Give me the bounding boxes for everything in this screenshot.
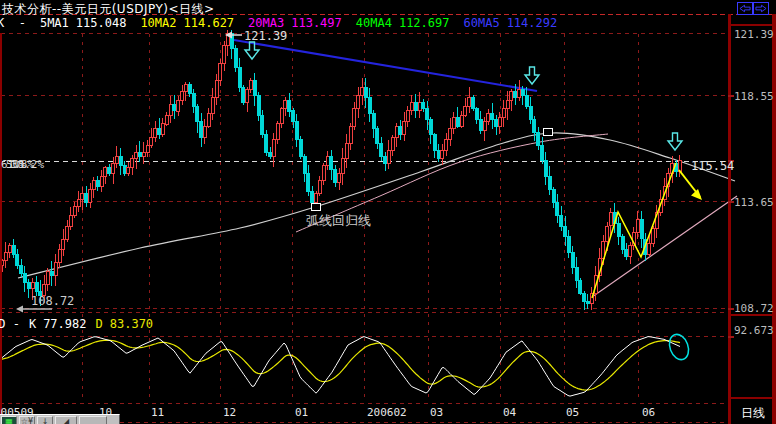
time-axis-tick-label: 06 — [642, 406, 655, 419]
ma-value: 114.627 — [184, 16, 235, 30]
kd-legend-row: KD - K 77.982 D 83.370 — [0, 317, 153, 331]
right-axis-tick-label: 108.72 — [734, 302, 774, 315]
right-axis-tick-label: 121.39 — [734, 28, 774, 41]
ma-label: 5MA1 — [40, 16, 69, 30]
ma-legend-prefix: K - — [0, 16, 26, 30]
toolbar-pointer-icon[interactable]: ◢ — [55, 416, 77, 424]
left-block-arrow-icon — [739, 4, 751, 13]
time-axis-tick-label: 11 — [151, 406, 164, 419]
ma-legend-item: 60MA5114.292 — [464, 16, 558, 30]
kd-k-value: 77.982 — [43, 317, 86, 331]
toolbar-arrow-icon[interactable]: ↓ — [37, 416, 53, 424]
peak-price-annotation: 121.39 — [244, 29, 287, 43]
ma-label: 60MA5 — [464, 16, 500, 30]
ma-legend-item: 5MA1115.048 — [40, 16, 126, 30]
ma-legend-item: 40MA4112.697 — [356, 16, 450, 30]
ma-label: 20MA3 — [248, 16, 284, 30]
ma-value: 114.292 — [507, 16, 558, 30]
scroll-right-button[interactable] — [753, 2, 769, 15]
right-block-arrow-icon — [755, 4, 767, 13]
time-axis-tick-label: 01 — [295, 406, 308, 419]
scroll-left-button[interactable] — [737, 2, 753, 15]
kd-k-label: K — [29, 317, 36, 331]
floating-toolbar-fragment: ▦ ☆¥ ↓ ◢ — [0, 414, 120, 424]
period-label: 日线 — [741, 405, 765, 422]
arc-regression-label: 弧线回归线 — [306, 212, 371, 230]
toolbar-chart-icon[interactable]: ▦ — [1, 416, 17, 424]
ma-value: 112.697 — [399, 16, 450, 30]
candlestick-chart-canvas[interactable] — [0, 0, 776, 424]
last-price-annotation: 115.54 — [691, 159, 734, 173]
technical-analysis-window: 技术分析--美元日元(USDJPY)<日线> K - 5MA1115.04810… — [0, 0, 776, 424]
right-axis-tick-label: 113.65 — [734, 196, 774, 209]
kd-legend-prefix: KD - — [0, 317, 20, 331]
time-axis-tick-label: 200602 — [367, 406, 407, 419]
right-axis-tick-label: 92.673 — [734, 324, 774, 337]
low-price-annotation: 108.72 — [31, 294, 74, 308]
ma-legend-row: K - 5MA1115.04810MA2114.62720MA3113.4974… — [0, 16, 557, 30]
fib-percentage-label: 38.2% — [11, 158, 44, 171]
time-axis-tick-label: 05 — [566, 406, 579, 419]
time-axis-tick-label: 03 — [430, 406, 443, 419]
ma-legend-item: 10MA2114.627 — [140, 16, 234, 30]
right-axis-tick-label: 118.55 — [734, 90, 774, 103]
time-axis-tick-label: 04 — [503, 406, 516, 419]
ma-label: 10MA2 — [140, 16, 176, 30]
kd-d-value: 83.370 — [110, 317, 153, 331]
ma-value: 115.048 — [76, 16, 127, 30]
ma-value: 113.497 — [291, 16, 342, 30]
ma-legend-item: 20MA3113.497 — [248, 16, 342, 30]
ma-label: 40MA4 — [356, 16, 392, 30]
toolbar-blank-button[interactable] — [79, 416, 107, 424]
time-axis-tick-label: 12 — [223, 406, 236, 419]
toolbar-star-icon[interactable]: ☆¥ — [19, 416, 35, 424]
kd-d-label: D — [96, 317, 103, 331]
